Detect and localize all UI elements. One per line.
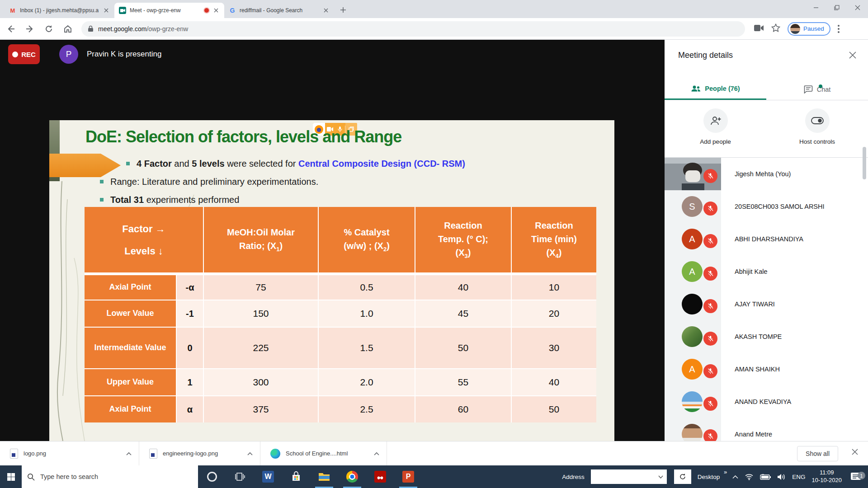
address-bar[interactable]: meet.google.com/owp-grze-enw: [81, 21, 745, 37]
search-input[interactable]: [39, 473, 175, 481]
taskbar-search[interactable]: [22, 465, 198, 488]
maximize-button[interactable]: [826, 0, 847, 15]
wifi-icon[interactable]: [745, 473, 754, 480]
url-text: meet.google.com/owp-grze-enw: [98, 25, 188, 33]
close-icon[interactable]: [103, 8, 110, 13]
participant-row[interactable]: A Abhijit Kale: [665, 255, 868, 288]
avatar: [682, 424, 703, 441]
forward-icon[interactable]: [24, 23, 35, 34]
chat-notification-dot: [819, 84, 822, 88]
participant-name: Anand Metre: [735, 418, 772, 441]
participant-row[interactable]: AJAY TIWARI: [665, 288, 868, 320]
close-panel-icon[interactable]: [849, 52, 856, 61]
task-view-button[interactable]: [226, 465, 254, 488]
row-level: 1: [177, 369, 203, 395]
recording-dot-icon: [204, 8, 209, 13]
participant-row[interactable]: A AMAN SHAIKH: [665, 353, 868, 385]
powerpoint-icon: P: [402, 471, 414, 483]
back-icon[interactable]: [5, 23, 16, 34]
chevron-up-icon[interactable]: [374, 452, 379, 455]
header-factor-levels: Factor → Levels ↓: [85, 207, 203, 272]
menu-kebab-icon[interactable]: [838, 25, 840, 33]
cortana-icon: [207, 472, 217, 482]
screen: M Inbox (1) - jigesh.mehta@ppsu.a Meet -…: [0, 0, 868, 488]
participant-row[interactable]: Jigesh Mehta (You): [665, 158, 868, 190]
camera-in-use-icon[interactable]: [754, 24, 764, 33]
table-cell: 20: [512, 300, 596, 327]
row-level: α: [177, 396, 203, 422]
battery-icon[interactable]: [760, 474, 771, 480]
overflow-chevrons[interactable]: »: [724, 469, 727, 475]
profile-paused-chip[interactable]: Paused: [788, 22, 830, 36]
close-download-bar-icon[interactable]: [852, 449, 858, 457]
powerpoint-button[interactable]: P: [394, 465, 422, 488]
participant-row[interactable]: AKASH TOMPE: [665, 320, 868, 353]
tab-meet[interactable]: Meet - owp-grze-enw: [114, 3, 224, 18]
table-cell: 40: [415, 275, 511, 300]
mic-muted-icon: [703, 234, 717, 248]
language-indicator[interactable]: ENG: [792, 474, 805, 480]
host-controls-label: Host controls: [799, 138, 835, 145]
host-controls-button[interactable]: Host controls: [766, 108, 868, 145]
tab-title: rediffmail - Google Search: [240, 7, 319, 14]
address-toolbar-input[interactable]: [591, 469, 667, 484]
bullet-square-icon: [100, 180, 104, 183]
participant-name: Jigesh Mehta (You): [735, 158, 791, 190]
minimize-button[interactable]: [806, 0, 826, 15]
chrome-button[interactable]: [338, 465, 366, 488]
start-button[interactable]: [0, 465, 22, 488]
close-icon[interactable]: [212, 8, 220, 13]
tab-rediffmail[interactable]: G rediffmail - Google Search: [224, 3, 334, 18]
participant-row[interactable]: Anand Metre: [665, 418, 868, 441]
new-tab-button[interactable]: [337, 4, 349, 16]
tab-gmail[interactable]: M Inbox (1) - jigesh.mehta@ppsu.a: [5, 3, 114, 18]
participant-row[interactable]: S 20SE08CH003 SAMOL ARSHI: [665, 190, 868, 223]
word-button[interactable]: W: [254, 465, 282, 488]
speaker-icon[interactable]: [777, 474, 786, 480]
header-reaction-temp: Reaction Temp. (° C); (X3): [415, 207, 511, 272]
file-explorer-button[interactable]: [310, 465, 338, 488]
store-button[interactable]: [282, 465, 310, 488]
tab-chat[interactable]: Chat: [766, 79, 868, 100]
close-window-button[interactable]: [847, 0, 868, 15]
google-icon: G: [229, 7, 236, 14]
row-level: -1: [177, 300, 203, 327]
scrollbar-thumb[interactable]: [863, 147, 866, 179]
tab-people[interactable]: People (76): [665, 79, 766, 100]
show-all-button[interactable]: Show all: [797, 446, 838, 461]
close-icon[interactable]: [322, 8, 330, 13]
header-reaction-time: Reaction Time (min) (X4): [512, 207, 596, 272]
window-controls: [806, 0, 868, 15]
bullet-2: Range: Literature and preliminary experi…: [49, 173, 610, 191]
action-center-button[interactable]: 1: [848, 472, 863, 481]
table-cell: 1.0: [319, 300, 415, 327]
table-cell: 50: [415, 328, 511, 368]
download-item[interactable]: logo.png: [0, 441, 139, 465]
chevron-up-icon[interactable]: [126, 452, 132, 455]
download-item[interactable]: engineering-logo.png: [139, 441, 260, 465]
cortana-button[interactable]: [198, 465, 226, 488]
slide-title: DoE: Selection of factors, levels and Ra…: [85, 127, 401, 146]
reload-icon[interactable]: [43, 23, 54, 34]
panel-title: Meeting details: [678, 51, 733, 60]
people-icon: [691, 85, 701, 92]
hidden-icons-chevron[interactable]: [732, 475, 738, 479]
person-add-icon: [710, 116, 722, 126]
row-label: Intermediate Value: [85, 328, 176, 368]
bullet-1: 4 Factor and 5 levels were selected for …: [49, 155, 610, 173]
taskbar-clock[interactable]: 11:09 10-10-2020: [812, 469, 842, 484]
participant-row[interactable]: A ABHI DHARSHANDIYA: [665, 223, 868, 255]
add-people-button[interactable]: Add people: [665, 108, 766, 145]
participant-row[interactable]: ANAND KEVADIYA: [665, 385, 868, 418]
chevron-up-icon[interactable]: [247, 452, 253, 455]
home-icon[interactable]: [62, 23, 73, 34]
avatar: [682, 294, 703, 314]
mic-muted-icon: [703, 299, 717, 313]
address-go-button[interactable]: [674, 469, 691, 484]
desktop-toolbar[interactable]: Desktop»: [698, 474, 726, 480]
download-item[interactable]: School of Engine....html: [260, 441, 387, 465]
bookmark-star-icon[interactable]: [771, 23, 780, 34]
table-cell: 50: [512, 396, 596, 422]
acrobat-button[interactable]: [366, 465, 394, 488]
mic-muted-icon: [703, 202, 717, 216]
